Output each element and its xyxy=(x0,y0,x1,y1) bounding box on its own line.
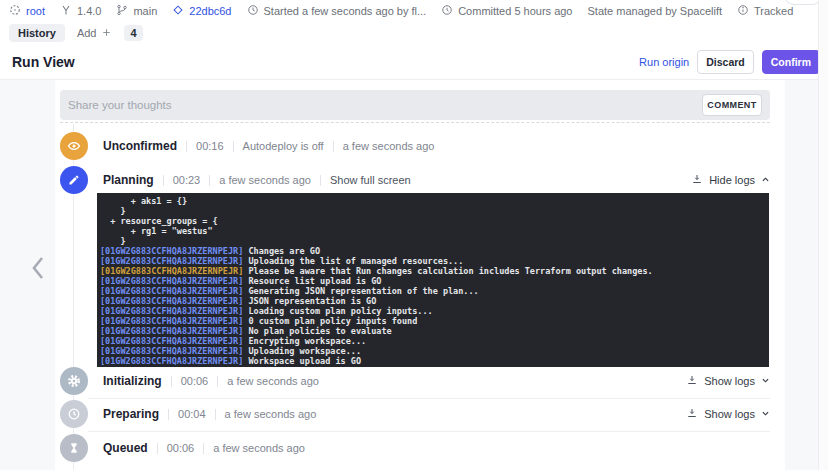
queued-hourglass-icon xyxy=(60,434,88,462)
show-logs-toggle[interactable]: Show logs xyxy=(686,374,770,388)
run-origin-link[interactable]: Run origin xyxy=(639,56,689,68)
terminal-line: [01GW2G883CCFHQA8JRZERNPEJR] Loading cus… xyxy=(100,306,769,316)
phase-row-queued: Queued 00:06 a few seconds ago xyxy=(60,434,770,462)
download-logs-icon[interactable] xyxy=(691,173,703,187)
log-line-text: No plan policies to evaluate xyxy=(243,326,391,336)
divider xyxy=(209,175,210,186)
carousel-left-arrow[interactable] xyxy=(30,255,46,281)
log-line-text: Uploading the list of managed resources.… xyxy=(243,256,463,266)
version-icon xyxy=(60,4,72,18)
planning-pencil-icon xyxy=(60,166,88,194)
history-clock-icon xyxy=(441,4,453,18)
divider xyxy=(233,141,234,152)
log-line-text: + aks1 = {} xyxy=(100,196,187,206)
log-line-prefix: [01GW2G883CCFHQA8JRZERNPEJR] xyxy=(100,266,243,276)
clock-icon xyxy=(247,4,259,18)
phase-timestamp: a few seconds ago xyxy=(227,375,319,387)
chevron-down-icon xyxy=(761,375,770,387)
log-line-prefix: [01GW2G883CCFHQA8JRZERNPEJR] xyxy=(100,346,243,356)
row-separator xyxy=(88,431,770,432)
log-line-text: Generating JSON representation of the pl… xyxy=(243,286,478,296)
comment-button[interactable]: COMMENT xyxy=(702,94,762,116)
phase-timestamp: a few seconds ago xyxy=(213,442,305,454)
page-scrollbar[interactable] xyxy=(818,0,828,470)
comment-input[interactable] xyxy=(68,99,702,111)
divider xyxy=(171,376,172,387)
hide-logs-toggle[interactable]: Hide logs xyxy=(691,173,770,187)
divider xyxy=(157,443,158,454)
discard-button[interactable]: Discard xyxy=(697,50,754,74)
terminal-line: [01GW2G883CCFHQA8JRZERNPEJR] Encrypting … xyxy=(100,336,769,346)
terminal-line: [01GW2G883CCFHQA8JRZERNPEJR] Resource li… xyxy=(100,276,769,286)
chevron-down-icon xyxy=(761,408,770,420)
log-line-text: Encrypting workspace... xyxy=(243,336,366,346)
version-label: 1.4.0 xyxy=(77,5,101,17)
stack-name[interactable]: root xyxy=(26,5,45,17)
log-line-text: } xyxy=(100,206,126,216)
tracked-label: Tracked xyxy=(754,5,793,17)
started-label: Started a few seconds ago by fl... xyxy=(264,5,427,17)
show-full-screen-link[interactable]: Show full screen xyxy=(330,174,411,186)
show-logs-toggle[interactable]: Show logs xyxy=(686,407,770,421)
phase-row-planning: Planning 00:23 a few seconds ago Show fu… xyxy=(60,166,770,194)
info-icon xyxy=(737,4,749,18)
log-line-text: Resource list upload is GO xyxy=(243,276,381,286)
log-line-prefix: [01GW2G883CCFHQA8JRZERNPEJR] xyxy=(100,256,243,266)
terminal-line: [01GW2G883CCFHQA8JRZERNPEJR] Workspace u… xyxy=(100,356,769,366)
unconfirmed-eye-icon xyxy=(60,132,88,160)
log-line-prefix: [01GW2G883CCFHQA8JRZERNPEJR] xyxy=(100,316,243,326)
log-line-text: + resource_groups = { xyxy=(100,216,218,226)
terminal-line: [01GW2G883CCFHQA8JRZERNPEJR] Uploading w… xyxy=(100,346,769,356)
log-line-text: Please be aware that Run changes calcula… xyxy=(243,266,652,276)
logs-toggle-label[interactable]: Show logs xyxy=(704,375,755,387)
log-line-text: Uploading workspace... xyxy=(243,346,361,356)
phase-timestamp: a few seconds ago xyxy=(219,174,311,186)
phase-timestamp: a few seconds ago xyxy=(343,140,435,152)
commit-link[interactable]: 22dbc6d xyxy=(172,4,231,18)
started-info: Started a few seconds ago by fl... xyxy=(247,4,427,18)
terminal-line: } xyxy=(100,206,769,216)
plus-icon xyxy=(101,27,112,40)
phase-label: Queued xyxy=(103,441,148,455)
state-managed-info: State managed by Spacelift xyxy=(588,5,723,17)
log-line-prefix: [01GW2G883CCFHQA8JRZERNPEJR] xyxy=(100,326,243,336)
log-line-prefix: [01GW2G883CCFHQA8JRZERNPEJR] xyxy=(100,356,243,366)
phase-row-initializing: Initializing 00:06 a few seconds ago Sho… xyxy=(60,367,770,395)
run-timeline-area: COMMENT Unconfirmed 00:16 Autodeploy is … xyxy=(0,80,828,470)
log-line-prefix: [01GW2G883CCFHQA8JRZERNPEJR] xyxy=(100,306,243,316)
divider xyxy=(217,376,218,387)
terminal-line: } xyxy=(100,236,769,246)
tracked-info: Tracked xyxy=(737,4,793,18)
run-view-header: Run View Run origin Discard Confirm xyxy=(0,44,828,80)
git-branch: main xyxy=(116,4,157,18)
terraform-version: 1.4.0 xyxy=(60,4,101,18)
logs-toggle-label[interactable]: Show logs xyxy=(704,408,755,420)
divider xyxy=(320,175,321,186)
tab-add[interactable]: Add xyxy=(77,27,113,40)
phase-duration: 00:04 xyxy=(178,408,206,420)
phase-duration: 00:06 xyxy=(181,375,209,387)
planning-log-terminal[interactable]: + aks1 = {} } + resource_groups = { + rg… xyxy=(97,193,769,367)
confirm-button[interactable]: Confirm xyxy=(762,50,820,74)
download-logs-icon[interactable] xyxy=(686,407,698,421)
divider xyxy=(163,175,164,186)
logs-toggle-label[interactable]: Hide logs xyxy=(709,174,755,186)
stack-link[interactable]: root xyxy=(9,4,45,18)
log-line-text: Workspace upload is GO xyxy=(243,356,361,366)
download-logs-icon[interactable] xyxy=(686,374,698,388)
log-line-text: Loading custom plan policy inputs... xyxy=(243,306,432,316)
phase-row-preparing: Preparing 00:04 a few seconds ago Show l… xyxy=(60,400,770,428)
changes-count-badge[interactable]: 4 xyxy=(124,25,142,41)
truncated-button[interactable] xyxy=(784,0,822,5)
row-separator xyxy=(88,398,770,399)
log-line-prefix: [01GW2G883CCFHQA8JRZERNPEJR] xyxy=(100,286,243,296)
phase-duration: 00:06 xyxy=(167,442,195,454)
log-line-text: JSON representation is GO xyxy=(243,296,376,306)
divider xyxy=(203,443,204,454)
terminal-line: [01GW2G883CCFHQA8JRZERNPEJR] JSON repres… xyxy=(100,296,769,306)
committed-label: Committed 5 hours ago xyxy=(458,5,572,17)
add-label: Add xyxy=(77,27,97,39)
tab-history[interactable]: History xyxy=(9,24,65,42)
commit-sha[interactable]: 22dbc6d xyxy=(189,5,231,17)
commit-icon xyxy=(172,4,184,18)
